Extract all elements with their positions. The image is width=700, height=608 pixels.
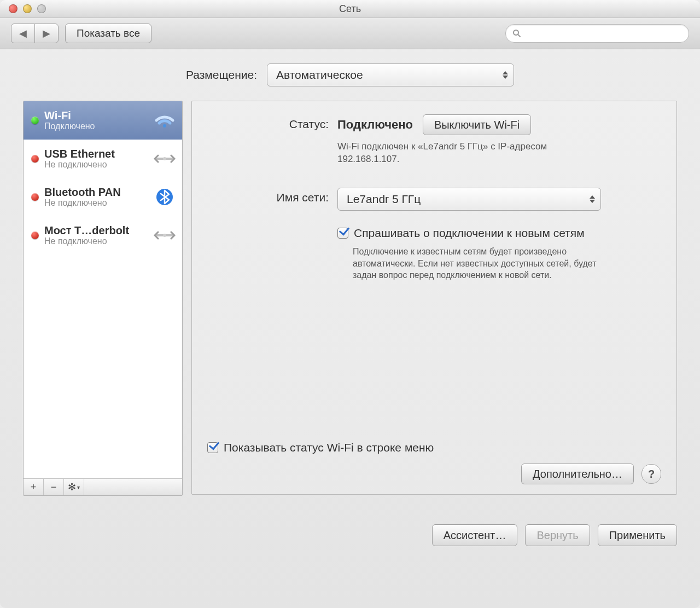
action-menu-button[interactable]: ✻▾ xyxy=(64,479,84,495)
status-dot-icon xyxy=(31,117,39,124)
svg-point-5 xyxy=(163,234,166,237)
show-in-menubar-label: Показывать статус Wi-Fi в строке меню xyxy=(224,441,434,455)
network-name-label: Имя сети: xyxy=(192,188,337,204)
search-field[interactable] xyxy=(505,24,689,43)
ask-to-join-label: Спрашивать о подключении к новым сетям xyxy=(354,226,585,240)
status-value: Подключено xyxy=(337,118,413,132)
chevron-right-icon: ▶ xyxy=(43,27,50,39)
network-name-value: Le7andr 5 ГГц xyxy=(347,193,421,206)
network-prefs-window: Сеть ◀ ▶ Показать все Размещение: Автома… xyxy=(0,0,700,608)
service-status: Не подключено xyxy=(44,160,148,170)
ask-to-join-hint: Подключение к известным сетям будет прои… xyxy=(353,246,604,281)
help-button[interactable]: ? xyxy=(641,464,661,484)
status-label: Статус: xyxy=(192,114,337,131)
show-in-menubar-checkbox[interactable] xyxy=(207,442,218,453)
ethernet-icon xyxy=(154,227,176,244)
service-name: USB Ethernet xyxy=(44,148,148,160)
wifi-icon xyxy=(154,112,176,129)
body: Размещение: Автоматическое Wi-Fi Подключ… xyxy=(0,49,700,510)
chevron-left-icon: ◀ xyxy=(19,27,27,39)
apply-button[interactable]: Применить xyxy=(598,524,677,546)
location-row: Размещение: Автоматическое xyxy=(23,63,677,86)
svg-point-3 xyxy=(163,157,166,160)
status-row: Статус: Подключено Выключить Wi-Fi Wi-Fi… xyxy=(192,114,661,166)
service-row-bluetooth-pan[interactable]: Bluetooth PAN Не подключено xyxy=(24,178,182,216)
search-icon xyxy=(512,29,521,38)
chevron-down-icon: ▾ xyxy=(77,484,80,490)
ask-to-join-checkbox[interactable] xyxy=(337,228,348,239)
turn-wifi-off-button[interactable]: Выключить Wi-Fi xyxy=(423,114,531,135)
toolbar: ◀ ▶ Показать все xyxy=(0,18,700,49)
assistant-button[interactable]: Ассистент… xyxy=(432,524,518,546)
remove-service-button[interactable]: − xyxy=(44,479,64,495)
footer: Ассистент… Вернуть Применить xyxy=(0,510,700,546)
popup-arrows-icon xyxy=(503,71,508,79)
columns: Wi-Fi Подключено xyxy=(23,101,677,496)
status-dot-icon xyxy=(31,155,39,163)
network-name-row: Имя сети: Le7andr 5 ГГц Спрашивать о под… xyxy=(192,188,661,281)
service-status: Подключено xyxy=(44,121,148,131)
forward-button[interactable]: ▶ xyxy=(34,24,59,43)
popup-arrows-icon xyxy=(590,195,595,203)
revert-button[interactable]: Вернуть xyxy=(525,524,590,546)
service-row-usb-ethernet[interactable]: USB Ethernet Не подключено xyxy=(24,140,182,178)
titlebar: Сеть xyxy=(0,0,700,18)
show-all-button[interactable]: Показать все xyxy=(65,24,151,43)
status-description: Wi-Fi подключен к «Le7andr 5 ГГц» с IP-а… xyxy=(337,141,578,166)
service-name: Bluetooth PAN xyxy=(44,186,148,198)
network-name-popup[interactable]: Le7andr 5 ГГц xyxy=(337,188,601,211)
sidebar-button-bar: + − ✻▾ xyxy=(24,478,182,495)
advanced-button[interactable]: Дополнительно… xyxy=(521,464,634,484)
add-service-button[interactable]: + xyxy=(24,479,44,495)
detail-panel: Статус: Подключено Выключить Wi-Fi Wi-Fi… xyxy=(191,101,677,495)
bluetooth-icon xyxy=(154,189,176,205)
status-dot-icon xyxy=(31,231,39,239)
window-title: Сеть xyxy=(0,3,700,15)
service-status: Не подключено xyxy=(44,236,148,246)
service-row-wifi[interactable]: Wi-Fi Подключено xyxy=(24,101,182,140)
location-label: Размещение: xyxy=(186,68,257,82)
service-list: Wi-Fi Подключено xyxy=(24,101,182,478)
svg-line-1 xyxy=(518,34,520,37)
service-name: Мост T…derbolt xyxy=(44,224,148,236)
gear-icon: ✻ xyxy=(68,481,76,493)
location-value: Автоматическое xyxy=(276,68,363,82)
service-status: Не подключено xyxy=(44,198,148,208)
service-name: Wi-Fi xyxy=(44,109,148,121)
service-sidebar: Wi-Fi Подключено xyxy=(23,101,183,496)
status-dot-icon xyxy=(31,193,39,201)
back-button[interactable]: ◀ xyxy=(11,24,35,43)
nav-segment: ◀ ▶ xyxy=(11,24,59,43)
location-popup[interactable]: Автоматическое xyxy=(267,63,514,86)
svg-point-2 xyxy=(163,124,166,128)
service-row-thunderbolt-bridge[interactable]: Мост T…derbolt Не подключено xyxy=(24,216,182,254)
ethernet-icon xyxy=(154,150,176,167)
